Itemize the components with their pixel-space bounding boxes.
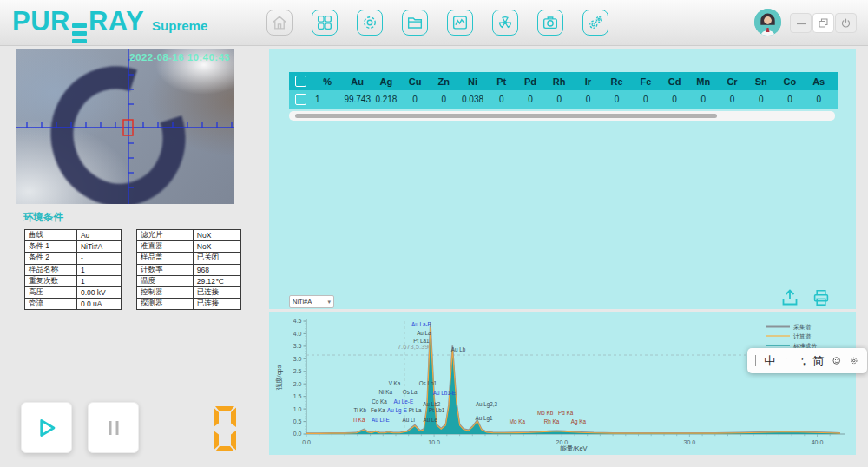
title-bar: PUR RAY Supreme [0, 0, 868, 46]
svg-text:Au Ll: Au Ll [403, 417, 415, 423]
folder-icon [405, 13, 424, 32]
svg-text:Au Lb1-E: Au Lb1-E [433, 390, 456, 396]
result-value: 0 [689, 90, 718, 109]
user-avatar[interactable] [754, 9, 781, 36]
calibration-button[interactable] [582, 10, 608, 36]
result-value: 0 [545, 90, 574, 109]
env-label: 样品盖 [137, 253, 194, 264]
row-select-cell [289, 90, 312, 109]
minimize-button[interactable] [790, 13, 812, 33]
select-all-cell [289, 72, 312, 90]
spectrum-chart-panel: 0.010.020.030.040.00.00.51.01.52.02.53.0… [269, 312, 856, 455]
export-button[interactable] [779, 287, 800, 312]
svg-text:Pt La: Pt La [409, 407, 422, 413]
export-icon [779, 287, 800, 308]
env-label: 准直器 [137, 241, 194, 253]
curve-selector-dropdown[interactable]: NiTi#A ▾ [289, 295, 334, 308]
column-header-%: % [312, 72, 343, 90]
env-row: 控制器 已连接 [137, 286, 241, 298]
env-table-left: 曲线 Au 条件 1 NiTi#A 条件 2 - 样品名称 1 重复次数 1 高… [24, 229, 122, 310]
column-header-Zn: Zn [430, 72, 458, 90]
camera-feed[interactable]: 2022-08-16 10:40:43 [16, 49, 234, 204]
scrollbar-thumb[interactable] [295, 114, 717, 118]
column-header-Cr: Cr [718, 72, 746, 90]
column-header-Co: Co [775, 72, 804, 90]
spectrum-chart[interactable]: 0.010.020.030.040.00.00.51.01.52.02.53.0… [269, 312, 856, 455]
env-label: 滤光片 [137, 230, 194, 241]
restore-button[interactable] [812, 13, 834, 33]
env-row: 条件 2 - [25, 253, 122, 264]
result-value: 0 [746, 90, 775, 109]
emoji-icon[interactable] [832, 353, 842, 368]
select-all-checkbox[interactable] [295, 76, 306, 87]
result-row[interactable]: 199.7430.218000.038000000000000 [289, 90, 838, 109]
logo-text-left: PUR [12, 6, 70, 37]
ime-language-mode[interactable]: 中 [764, 353, 775, 369]
env-value: 已关闭 [193, 253, 240, 264]
ime-punctuation-mode[interactable]: ’, [801, 356, 805, 366]
counter-display: 0 [208, 405, 241, 453]
env-value: 0.0 uA [76, 299, 121, 310]
main-toolbar [266, 10, 608, 36]
start-measure-button[interactable] [21, 402, 72, 453]
power-button[interactable] [835, 13, 857, 33]
env-label: 曲线 [25, 230, 77, 241]
env-value: 1 [76, 264, 121, 275]
camera-button[interactable] [537, 10, 563, 36]
svg-text:2.5: 2.5 [293, 368, 302, 374]
column-header-Cu: Cu [401, 72, 430, 90]
svg-text:1.0: 1.0 [293, 406, 302, 412]
pause-measure-button[interactable] [88, 402, 139, 453]
results-table: %AuAgCuZnNiPtPdRhIrReFeCdMnCrSnCoAs199.7… [289, 72, 838, 109]
xray-button[interactable] [492, 10, 518, 36]
env-row: 管流 0.0 uA [25, 299, 122, 310]
env-row: 探测器 已连接 [137, 299, 241, 310]
result-value: 0 [430, 90, 458, 109]
env-row: 温度 29.12℃ [137, 275, 241, 286]
svg-text:Ti Kb: Ti Kb [354, 407, 367, 413]
result-value: 0 [631, 90, 660, 109]
ime-simplified-mode[interactable]: 简 [812, 353, 824, 369]
apps-button[interactable] [312, 10, 338, 36]
svg-text:Mo Ka: Mo Ka [510, 418, 526, 424]
svg-text:10.0: 10.0 [428, 439, 440, 445]
app-window: PUR RAY Supreme [0, 0, 868, 467]
svg-text:Au La: Au La [417, 330, 431, 336]
spectrum-button[interactable] [447, 10, 473, 36]
apps-grid-icon [315, 13, 334, 32]
env-value: NoX [193, 241, 240, 253]
result-value: 0 [775, 90, 804, 109]
row-checkbox[interactable] [295, 94, 306, 105]
ime-caret-icon [755, 355, 756, 366]
env-row: 重复次数 1 [25, 275, 122, 286]
settings-button[interactable] [357, 10, 383, 36]
svg-text:0.5: 0.5 [293, 418, 302, 424]
results-panel: %AuAgCuZnNiPtPdRhIrReFeCdMnCrSnCoAs199.7… [269, 49, 856, 309]
column-header-Cd: Cd [660, 72, 688, 90]
ime-settings-gear-icon[interactable] [849, 353, 859, 368]
moon-icon[interactable] [783, 353, 793, 368]
env-label: 计数率 [137, 264, 194, 275]
svg-text:Os Lb1: Os Lb1 [419, 380, 437, 386]
env-conditions-title: 环境条件 [23, 211, 63, 224]
print-button[interactable] [811, 287, 832, 312]
results-hscrollbar[interactable] [289, 111, 835, 121]
files-button[interactable] [402, 10, 428, 36]
result-value: 0 [516, 90, 544, 109]
camera-overlay [16, 49, 234, 204]
column-header-Pt: Pt [487, 72, 516, 90]
svg-text:能量/KeV: 能量/KeV [560, 444, 587, 452]
svg-text:Pt La1: Pt La1 [413, 338, 430, 344]
column-header-Fe: Fe [631, 72, 660, 90]
svg-text:3.0: 3.0 [293, 356, 302, 362]
result-value: 0 [574, 90, 602, 109]
env-row: 滤光片 NoX [137, 230, 241, 241]
svg-text:Au La-E: Au La-E [411, 321, 431, 327]
home-button[interactable] [266, 10, 293, 36]
svg-text:Rh Ka: Rh Ka [544, 418, 560, 424]
svg-text:Pt Lb1: Pt Lb1 [429, 407, 445, 413]
env-row: 准直器 NoX [137, 241, 241, 253]
svg-text:Os La: Os La [403, 389, 418, 395]
clipped-column [833, 72, 838, 90]
env-value: NoX [193, 230, 240, 241]
